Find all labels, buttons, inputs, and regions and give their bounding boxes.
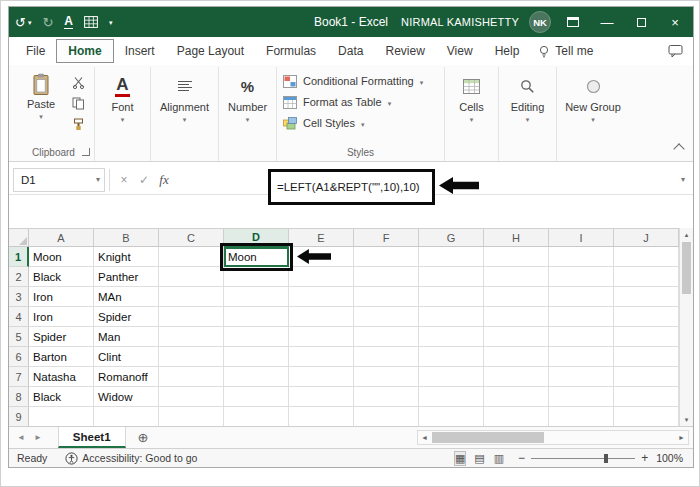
cell-H6[interactable] [484,347,549,367]
cell-F5[interactable] [354,327,419,347]
cell-J5[interactable] [614,327,679,347]
copy-button[interactable] [68,95,88,111]
vertical-scrollbar[interactable]: ▴ ▾ [679,228,693,426]
collapse-ribbon-icon[interactable] [673,143,684,154]
cell-J1[interactable] [614,247,679,267]
row-header-3[interactable]: 3 [9,287,29,307]
cell-C3[interactable] [159,287,224,307]
cell-B3[interactable]: MAn [94,287,159,307]
cell-I3[interactable] [549,287,614,307]
cell-F1[interactable] [354,247,419,267]
cell-E2[interactable] [289,267,354,287]
cell-A2[interactable]: Black [29,267,94,287]
cell-C2[interactable] [159,267,224,287]
cell-H3[interactable] [484,287,549,307]
column-header-A[interactable]: A [29,229,94,247]
cell-G8[interactable] [419,387,484,407]
tab-insert[interactable]: Insert [114,40,166,62]
tab-help[interactable]: Help [484,40,531,62]
new-group-button[interactable]: New Group ▾ [563,69,623,145]
cell-I7[interactable] [549,367,614,387]
cut-button[interactable] [68,74,88,90]
cell-B2[interactable]: Panther [94,267,159,287]
cell-G2[interactable] [419,267,484,287]
scroll-right-icon[interactable]: ► [675,434,688,441]
column-header-B[interactable]: B [94,229,159,247]
tab-file[interactable]: File [15,40,56,62]
cell-B8[interactable]: Widow [94,387,159,407]
cell-J6[interactable] [614,347,679,367]
format-painter-button[interactable] [68,116,88,132]
cell-G1[interactable] [419,247,484,267]
row-header-7[interactable]: 7 [9,367,29,387]
cell-F4[interactable] [354,307,419,327]
column-header-G[interactable]: G [419,229,484,247]
cell-F7[interactable] [354,367,419,387]
scroll-up-icon[interactable]: ▴ [685,228,689,241]
zoom-thumb[interactable] [604,454,608,463]
cell-B5[interactable]: Man [94,327,159,347]
tab-view[interactable]: View [436,40,484,62]
cell-D2[interactable] [224,267,289,287]
cell-G4[interactable] [419,307,484,327]
scroll-down-icon[interactable]: ▾ [685,413,689,426]
cell-A5[interactable]: Spider [29,327,94,347]
cell-C8[interactable] [159,387,224,407]
cell-H4[interactable] [484,307,549,327]
user-name[interactable]: NIRMAL KAMISHETTY [401,16,519,28]
maximize-button[interactable] [629,10,653,34]
cell-E8[interactable] [289,387,354,407]
column-header-H[interactable]: H [484,229,549,247]
format-as-table-button[interactable]: Format as Table ▾ [283,92,438,112]
sheet-nav-left-icon[interactable]: ◄ [17,433,25,442]
zoom-level[interactable]: 100% [656,452,683,464]
cell-E9[interactable] [289,407,354,427]
cell-J2[interactable] [614,267,679,287]
horizontal-scrollbar[interactable]: ◄ ► [417,430,689,445]
cell-D7[interactable] [224,367,289,387]
enter-icon[interactable]: ✓ [134,173,154,187]
cell-I6[interactable] [549,347,614,367]
font-group-button[interactable]: A Font ▾ [101,69,144,145]
customize-qat-button[interactable]: ▾ [109,19,113,26]
avatar[interactable]: NK [529,11,551,33]
column-header-I[interactable]: I [549,229,614,247]
cell-C1[interactable] [159,247,224,267]
cell-G5[interactable] [419,327,484,347]
cell-I2[interactable] [549,267,614,287]
column-header-E[interactable]: E [289,229,354,247]
cancel-icon[interactable]: × [114,173,134,187]
tell-me-button[interactable]: Tell me [538,44,593,58]
scroll-left-icon[interactable]: ◄ [418,434,431,441]
undo-button[interactable]: ↺▾ [15,16,31,29]
cell-D4[interactable] [224,307,289,327]
cell-D6[interactable] [224,347,289,367]
vscroll-track[interactable] [680,241,693,413]
cell-C7[interactable] [159,367,224,387]
cell-J9[interactable] [614,407,679,427]
view-page-layout-button[interactable]: ▤ [474,452,484,465]
cell-A1[interactable]: Moon [29,247,94,267]
sheet-nav-right-icon[interactable]: ► [34,433,42,442]
cell-B9[interactable] [94,407,159,427]
cell-F9[interactable] [354,407,419,427]
cell-F8[interactable] [354,387,419,407]
clipboard-dialog-launcher[interactable] [82,148,90,156]
alignment-group-button[interactable]: Alignment ▾ [157,69,212,145]
insert-function-icon[interactable]: fx [154,172,174,188]
cell-I8[interactable] [549,387,614,407]
row-header-5[interactable]: 5 [9,327,29,347]
cell-E4[interactable] [289,307,354,327]
cell-J3[interactable] [614,287,679,307]
row-header-2[interactable]: 2 [9,267,29,287]
column-header-D[interactable]: D [224,229,289,247]
cell-H7[interactable] [484,367,549,387]
cell-C6[interactable] [159,347,224,367]
sheet-tab-sheet1[interactable]: Sheet1 [58,427,126,448]
formula-bar-expand-icon[interactable]: ▾ [681,175,685,184]
tab-formulas[interactable]: Formulas [255,40,327,62]
cell-C5[interactable] [159,327,224,347]
minimize-button[interactable]: — [595,10,619,34]
column-header-C[interactable]: C [159,229,224,247]
formula-text[interactable]: =LEFT(A1&REPT("",10),10) [271,181,420,193]
